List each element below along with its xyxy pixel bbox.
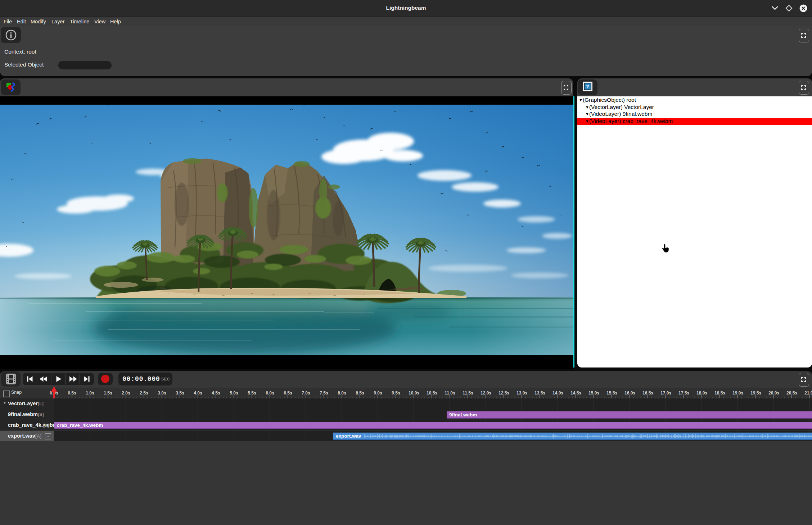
svg-text:5.5s: 5.5s	[248, 391, 256, 396]
svg-text:15.0s: 15.0s	[588, 391, 599, 396]
svg-text:15.5s: 15.5s	[606, 391, 617, 396]
svg-text:9.0s: 9.0s	[374, 391, 382, 396]
svg-text:18.0s: 18.0s	[696, 391, 707, 396]
svg-text:16.0s: 16.0s	[624, 391, 635, 396]
svg-text:2.5s: 2.5s	[140, 391, 148, 396]
svg-text:17.0s: 17.0s	[660, 391, 671, 396]
svg-text:6.5s: 6.5s	[284, 391, 292, 396]
svg-text:9.5s: 9.5s	[392, 391, 400, 396]
svg-text:4.0s: 4.0s	[194, 391, 202, 396]
svg-text:1.0s: 1.0s	[86, 391, 94, 396]
svg-text:13.0s: 13.0s	[516, 391, 527, 396]
svg-text:3.5s: 3.5s	[176, 391, 184, 396]
svg-text:19.5s: 19.5s	[750, 391, 761, 396]
svg-text:10.0s: 10.0s	[409, 391, 419, 396]
svg-text:17.5s: 17.5s	[678, 391, 689, 396]
svg-text:12.0s: 12.0s	[481, 391, 491, 396]
svg-text:18.5s: 18.5s	[714, 391, 725, 396]
svg-text:4.5s: 4.5s	[212, 391, 220, 396]
svg-text:21.0s: 21.0s	[804, 391, 812, 396]
svg-text:19.0s: 19.0s	[732, 391, 743, 396]
svg-text:8.0s: 8.0s	[338, 391, 346, 396]
svg-text:7.0s: 7.0s	[302, 391, 310, 396]
svg-text:14.0s: 14.0s	[552, 391, 563, 396]
svg-text:16.5s: 16.5s	[642, 391, 653, 396]
svg-text:6.0s: 6.0s	[266, 391, 274, 396]
svg-text:3.0s: 3.0s	[158, 391, 166, 396]
svg-text:20.5s: 20.5s	[786, 391, 797, 396]
svg-text:11.5s: 11.5s	[463, 391, 473, 396]
svg-text:20.0s: 20.0s	[768, 391, 779, 396]
svg-text:12.5s: 12.5s	[499, 391, 509, 396]
svg-text:2.0s: 2.0s	[122, 391, 130, 396]
svg-text:11.0s: 11.0s	[445, 391, 455, 396]
svg-text:13.5s: 13.5s	[534, 391, 545, 396]
svg-text:1.5s: 1.5s	[104, 391, 112, 396]
svg-text:5.0s: 5.0s	[230, 391, 238, 396]
svg-text:14.5s: 14.5s	[570, 391, 581, 396]
svg-text:0.5s: 0.5s	[68, 391, 76, 396]
svg-text:8.5s: 8.5s	[356, 391, 364, 396]
svg-text:7.5s: 7.5s	[320, 391, 328, 396]
svg-text:10.5s: 10.5s	[427, 391, 437, 396]
